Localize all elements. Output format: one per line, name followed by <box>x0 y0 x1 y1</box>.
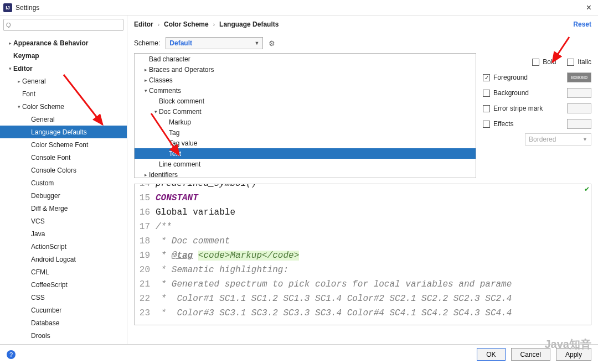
sidebar-item[interactable]: CFML <box>0 266 127 278</box>
sidebar-item[interactable]: Android Logcat <box>0 253 127 266</box>
chevron-down-icon: ▾ <box>142 88 149 93</box>
category-item[interactable]: ▾Comments <box>135 85 476 96</box>
sidebar-item[interactable]: Custom <box>0 176 127 189</box>
category-item-label: Tag value <box>169 139 197 147</box>
gutter: 23 <box>135 306 156 320</box>
reset-link[interactable]: Reset <box>573 20 591 28</box>
sidebar-item[interactable]: Console Colors <box>0 164 127 176</box>
bold-label: Bold <box>543 58 556 66</box>
preview-code[interactable]: 14predefined_symbol() 15CONSTANT 16Globa… <box>135 184 591 320</box>
effects-swatch[interactable] <box>567 119 591 129</box>
error-stripe-checkbox[interactable] <box>483 105 490 112</box>
error-stripe-swatch[interactable] <box>567 103 591 113</box>
bold-checkbox[interactable] <box>532 59 539 66</box>
sidebar-item[interactable]: ▸Appearance & Behavior <box>0 37 127 49</box>
help-icon[interactable]: ? <box>7 350 16 359</box>
code-line: Global variable <box>156 205 235 220</box>
sidebar-item[interactable]: Keymap <box>0 49 127 62</box>
foreground-swatch[interactable]: 808080 <box>567 72 591 82</box>
category-item-label: Identifiers <box>149 171 178 179</box>
category-item[interactable]: Tag <box>135 127 476 138</box>
category-item-label: Braces and Operators <box>149 66 214 74</box>
code-line: * Color#3 SC3.1 SC3.2 SC3.3 SC3.4 Color#… <box>156 306 512 320</box>
category-item-label: Tag <box>169 129 179 137</box>
search-input[interactable] <box>4 20 123 30</box>
gutter: 18 <box>135 234 156 248</box>
sidebar-item[interactable]: ActionScript <box>0 240 127 253</box>
sidebar-item[interactable]: Drools <box>0 329 127 342</box>
gear-icon[interactable]: ⚙ <box>269 39 275 48</box>
sidebar-item-label: ActionScript <box>31 243 66 251</box>
search-input-wrap[interactable]: Q <box>3 19 123 31</box>
breadcrumb-b[interactable]: Color Scheme <box>164 20 209 28</box>
category-item-label: Line comment <box>159 160 200 168</box>
category-item-label: Markup <box>169 118 191 126</box>
settings-tree[interactable]: ▸Appearance & BehaviorKeymap▾Editor▸Gene… <box>0 34 127 344</box>
app-icon: IJ <box>3 3 12 12</box>
category-item[interactable]: Tag value <box>135 138 476 148</box>
effects-type-select: Bordered ▼ <box>525 133 591 145</box>
category-item-label: Text <box>169 150 181 158</box>
background-checkbox[interactable] <box>483 90 490 97</box>
sidebar-item-label: Custom <box>31 179 54 187</box>
sidebar-item[interactable]: VCS <box>0 215 127 227</box>
search-icon: Q <box>6 22 11 28</box>
category-item-label: Classes <box>149 76 173 84</box>
category-item[interactable]: Bad character <box>135 54 476 64</box>
sidebar-item[interactable]: ▾Color Scheme <box>0 100 127 113</box>
category-item[interactable]: Markup <box>135 117 476 127</box>
titlebar: IJ Settings × <box>0 0 598 15</box>
sidebar-item-label: Keymap <box>13 52 39 60</box>
gutter: 19 <box>135 248 156 263</box>
error-stripe-label: Error stripe mark <box>493 105 543 112</box>
code-line: * Generated spectrum to pick colors for … <box>156 277 512 292</box>
category-item[interactable]: Block comment <box>135 96 476 106</box>
sidebar-item[interactable]: Java <box>0 227 127 240</box>
main-panel: Editor › Color Scheme › Language Default… <box>127 15 598 344</box>
scheme-select[interactable]: Default ▼ <box>166 37 263 49</box>
sidebar-item[interactable]: Diff & Merge <box>0 202 127 215</box>
italic-checkbox[interactable] <box>567 59 574 66</box>
sidebar-item-label: CSS <box>31 294 45 301</box>
breadcrumb-a[interactable]: Editor <box>134 20 153 28</box>
category-item[interactable]: ▸Identifiers <box>135 169 476 178</box>
category-item[interactable]: ▸Classes <box>135 75 476 85</box>
sidebar-item[interactable]: Color Scheme Font <box>0 138 127 151</box>
gutter: 21 <box>135 277 156 292</box>
sidebar-item[interactable]: CSS <box>0 291 127 304</box>
background-swatch[interactable] <box>567 88 591 98</box>
sidebar-item[interactable]: CoffeeScript <box>0 278 127 291</box>
category-tree[interactable]: Bad character▸Braces and Operators▸Class… <box>134 53 476 178</box>
close-icon[interactable]: × <box>583 3 595 13</box>
foreground-label: Foreground <box>493 74 528 81</box>
sidebar-item[interactable]: Database <box>0 316 127 329</box>
category-item[interactable]: ▾Doc Comment <box>135 106 476 117</box>
sidebar-item[interactable]: Console Font <box>0 151 127 164</box>
chevron-down-icon: ▼ <box>582 137 587 142</box>
sidebar-item[interactable]: Cucumber <box>0 304 127 316</box>
sidebar-item[interactable]: ▸General <box>0 75 127 87</box>
sidebar-item[interactable]: General <box>0 113 127 126</box>
watermark: Java知音 <box>545 337 592 352</box>
sidebar-item[interactable]: FreeMarker <box>0 342 127 344</box>
chevron-right-icon: ▸ <box>142 67 149 72</box>
chevron-down-icon: ▼ <box>254 40 259 46</box>
effects-checkbox[interactable] <box>483 121 490 128</box>
chevron-down-icon: ▾ <box>152 109 159 115</box>
category-item[interactable]: ▸Braces and Operators <box>135 64 476 75</box>
sidebar-item[interactable]: Language Defaults <box>0 126 127 138</box>
ok-button[interactable]: OK <box>477 348 505 361</box>
sidebar-item[interactable]: Debugger <box>0 189 127 202</box>
sidebar-item-label: Drools <box>31 332 50 340</box>
code-line <box>193 251 198 261</box>
dialog-footer: ? OK Cancel Apply <box>0 344 598 364</box>
code-line: CONSTANT <box>156 191 198 205</box>
sidebar-item[interactable]: ▾Editor <box>0 62 127 75</box>
foreground-checkbox[interactable] <box>483 74 490 81</box>
sidebar-item[interactable]: Font <box>0 87 127 100</box>
chevron-right-icon: › <box>158 22 159 28</box>
category-item[interactable]: Line comment <box>135 159 476 169</box>
scheme-value: Default <box>169 39 192 47</box>
sidebar-item-label: Database <box>31 319 59 327</box>
category-item[interactable]: Text <box>135 148 476 159</box>
